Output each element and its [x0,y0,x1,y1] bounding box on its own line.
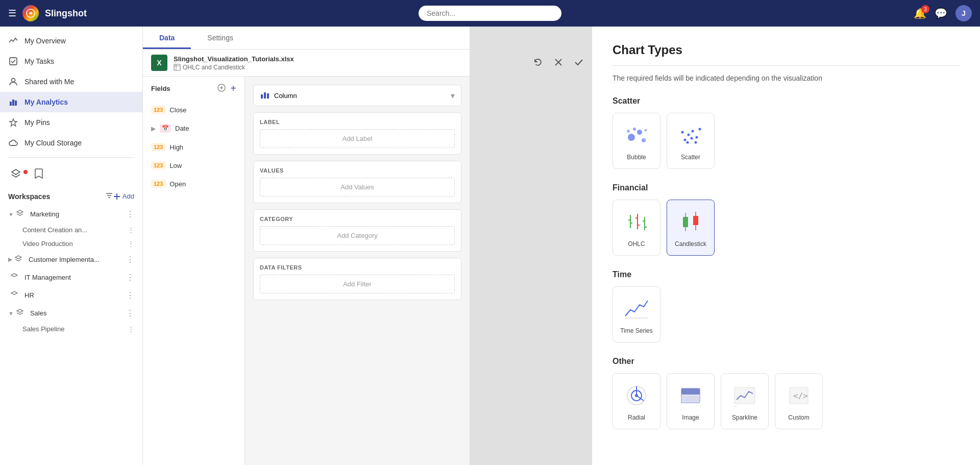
add-category-btn[interactable]: Add Category [260,226,455,245]
video-more-icon[interactable]: ⋮ [128,240,134,248]
notification-badge: 3 [921,5,929,13]
layers-button[interactable] [8,166,23,183]
add-values-btn[interactable]: Add Values [260,178,455,197]
column-chart-icon [260,89,270,102]
tab-settings[interactable]: Settings [191,27,250,49]
scatter-icon [676,121,705,150]
bookmark-button[interactable] [32,166,46,183]
time-chart-grid: Time Series [612,286,960,342]
chart-card-ohlc[interactable]: OHLC [612,200,660,256]
avatar[interactable]: J [955,5,972,21]
field-high[interactable]: 123 High [143,138,244,156]
search-bar[interactable] [419,6,561,21]
sales-more-icon[interactable]: ⋮ [126,308,134,318]
pipeline-more-icon[interactable]: ⋮ [128,325,134,333]
workspace-item-sales[interactable]: ▼ Sales ⋮ [4,304,138,322]
menu-icon[interactable]: ☰ [8,8,16,19]
sidebar-item-tasks[interactable]: My Tasks [0,51,142,71]
hr-more-icon[interactable]: ⋮ [126,290,134,300]
chart-card-sparkline[interactable]: ~ Sparkline [721,373,769,429]
sidebar-item-label: My Tasks [24,57,54,65]
viz-type-label: Column [274,92,297,100]
sort-button[interactable] [105,191,113,201]
filters-section-title: DATA FILTERS [260,264,455,271]
svg-rect-6 [174,64,180,70]
sidebar: My Overview My Tasks Shared with Me [0,27,143,465]
it-label: IT Management [24,274,71,281]
svg-point-50 [635,394,638,397]
financial-chart-grid: OHLC [612,200,960,256]
svg-rect-4 [12,100,14,106]
viz-type-selector[interactable]: Column ▾ [253,85,461,106]
close-button[interactable] [553,57,564,70]
add-workspace-button[interactable]: Add [113,192,134,200]
field-close[interactable]: 123 Close [143,101,244,119]
svg-point-2 [12,79,15,82]
marketing-more-icon[interactable]: ⋮ [126,209,134,219]
svg-point-29 [691,137,693,140]
notification-button[interactable]: 🔔 3 [914,7,926,19]
chart-card-scatter[interactable]: Scatter [667,113,715,169]
workspace-sub-video[interactable]: Video Production ⋮ [18,237,138,251]
topbar: ☰ Slingshot 🔔 3 💬 J [0,0,980,27]
field-low[interactable]: 123 Low [143,156,244,175]
ohlc-label: OHLC [628,240,645,248]
hr-label: HR [24,291,34,299]
svg-point-18 [633,128,636,131]
workspace-sub-sales-pipeline[interactable]: Sales Pipeline ⋮ [18,322,138,336]
it-more-icon[interactable]: ⋮ [126,273,134,282]
content-more-icon[interactable]: ⋮ [128,226,134,234]
add-field-button[interactable]: + [230,83,236,94]
values-section-title: VALUES [260,167,455,174]
field-open[interactable]: 123 Open [143,175,244,193]
sidebar-action-buttons [0,162,142,187]
workspace-item-marketing[interactable]: ▼ Marketing ⋮ [4,205,138,223]
customer-more-icon[interactable]: ⋮ [126,255,134,264]
tab-data[interactable]: Data [143,27,191,49]
sidebar-item-label: My Cloud Storage [24,139,82,147]
chart-card-bubble[interactable]: Bubble [612,113,660,169]
bubble-label: Bubble [627,154,646,161]
chart-card-custom[interactable]: </> Custom [775,373,823,429]
app-name: Slingshot [45,8,87,19]
ai-button[interactable] [217,83,226,94]
sidebar-item-overview[interactable]: My Overview [0,31,142,51]
scatter-label: Scatter [681,154,700,161]
undo-button[interactable] [533,57,543,70]
financial-section-title: Financial [612,183,960,192]
workspace-item-customer[interactable]: ▶ Customer Implementa... ⋮ [4,251,138,268]
confirm-button[interactable] [574,57,584,70]
workspace-sales: ▼ Sales ⋮ Sales Pipeline ⋮ [0,304,142,336]
sidebar-item-shared[interactable]: Shared with Me [0,71,142,92]
field-name: Close [169,106,186,114]
other-chart-grid: Radial Image [612,373,960,429]
add-label-btn[interactable]: Add Label [260,129,455,148]
custom-icon: </> [785,381,813,410]
expand-icon[interactable]: ▶ [151,125,156,132]
field-type-badge-low: 123 [151,161,165,169]
add-filter-btn[interactable]: Add Filter [260,275,455,293]
custom-label: Custom [788,414,809,421]
chart-card-candlestick[interactable]: Candlestick [667,200,715,256]
workspace-item-it[interactable]: IT Management ⋮ [4,268,138,286]
video-production-label: Video Production [22,240,73,248]
field-date[interactable]: ▶ 📅 Date [143,119,244,138]
message-button[interactable]: 💬 [935,7,947,19]
add-label: Add [122,192,134,200]
chart-card-image[interactable]: Image [667,373,715,429]
chart-types-panel: Chart Types The required fields will be … [592,27,980,465]
workspace-sub-content[interactable]: Content Creation an... ⋮ [18,223,138,237]
content-creation-label: Content Creation an... [22,226,87,234]
viz-filters-section: DATA FILTERS Add Filter [253,258,461,300]
sidebar-item-pins[interactable]: My Pins [0,112,142,133]
customer-layers-icon [14,255,22,264]
chart-card-radial[interactable]: Radial [612,373,660,429]
sidebar-item-analytics[interactable]: My Analytics [0,92,142,112]
customer-label: Customer Implementa... [29,256,100,263]
workspaces-header: Workspaces Add [0,187,142,205]
workspace-item-hr[interactable]: HR ⋮ [4,286,138,304]
search-input[interactable] [419,6,561,21]
sidebar-item-cloud[interactable]: My Cloud Storage [0,133,142,153]
chart-card-time-series[interactable]: Time Series [612,286,660,342]
svg-point-27 [687,141,689,144]
